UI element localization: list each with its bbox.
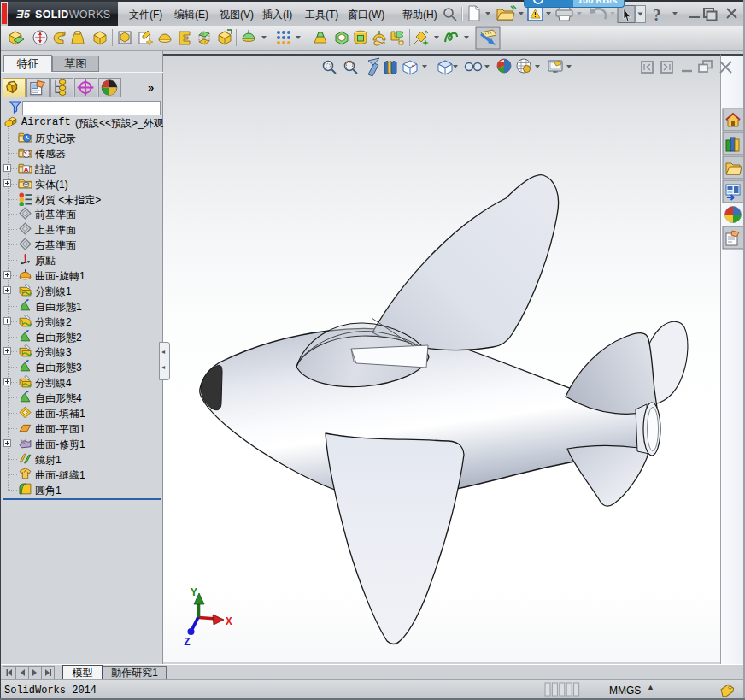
- svg-text:Z: Z: [184, 636, 191, 649]
- svg-text:X: X: [226, 615, 232, 628]
- svg-text:SOLIDWORKS: SOLIDWORKS: [35, 9, 110, 21]
- svg-text:Ǝ5: Ǝ5: [16, 8, 31, 21]
- svg-text:Y: Y: [191, 586, 197, 599]
- svg-text:?: ?: [653, 6, 661, 24]
